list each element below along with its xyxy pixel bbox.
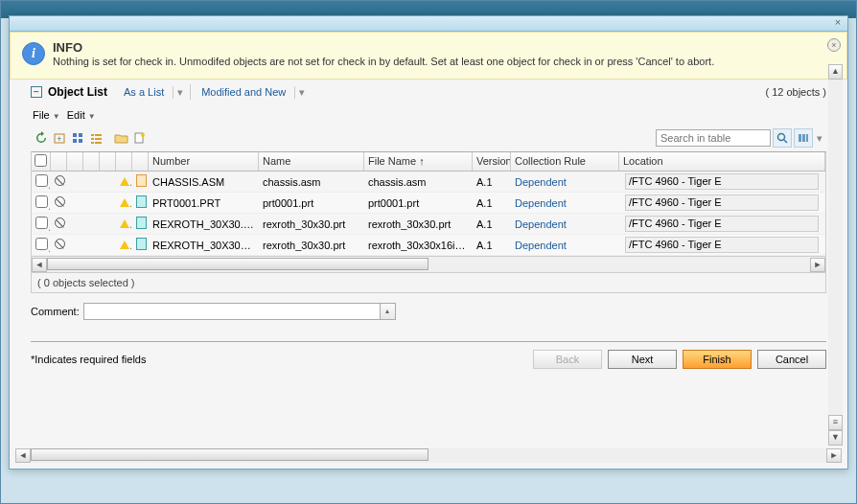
- new-doc-icon[interactable]: [130, 129, 148, 147]
- dialog-vscrollbar[interactable]: ▲ ≡ ▼: [827, 64, 844, 446]
- cell-file: prt0001.prt: [364, 195, 473, 211]
- vscroll-down-icon[interactable]: ▼: [828, 430, 843, 446]
- info-title: INFO: [53, 40, 835, 55]
- cell-name: chassis.asm: [259, 174, 364, 190]
- warning-icon: [120, 241, 129, 249]
- table-row[interactable]: PRT0001.PRTprt0001.prtprt0001.prtA.1Depe…: [32, 193, 825, 214]
- refresh-icon[interactable]: [33, 129, 50, 147]
- vscroll-up-icon[interactable]: ▲: [828, 64, 843, 80]
- cell-version: A.1: [473, 174, 511, 190]
- cell-location[interactable]: /FTC 4960 - Tiger E: [625, 195, 819, 211]
- row-checkbox[interactable]: [35, 238, 48, 250]
- cell-file: chassis.asm: [364, 174, 473, 190]
- comment-row: Comment: ▴: [31, 303, 826, 320]
- divider: [31, 341, 826, 342]
- row-checkbox[interactable]: [35, 195, 48, 208]
- forbid-icon: [55, 218, 65, 228]
- checkin-dialog: × × i INFO Nothing is set for check in. …: [9, 15, 848, 470]
- hscroll-right-icon[interactable]: ►: [810, 258, 825, 272]
- outer-window: × × i INFO Nothing is set for check in. …: [0, 0, 857, 504]
- dialog-hscrollbar[interactable]: ◄ ►: [15, 448, 842, 465]
- dlg-hscroll-left-icon[interactable]: ◄: [15, 448, 31, 463]
- objects-count: ( 12 objects ): [765, 86, 826, 98]
- hscroll-left-icon[interactable]: ◄: [32, 258, 47, 272]
- warning-icon: [120, 177, 129, 186]
- svg-rect-18: [806, 134, 808, 142]
- view-mode-caret-icon[interactable]: ▾: [173, 86, 186, 99]
- col-file-name[interactable]: File Name ↑: [364, 152, 473, 171]
- column-settings-caret-icon[interactable]: ▾: [815, 132, 824, 145]
- col-version[interactable]: Version: [473, 152, 511, 171]
- filter-mode-dropdown[interactable]: Modified and New: [195, 83, 292, 101]
- finish-button[interactable]: Finish: [683, 350, 752, 369]
- svg-rect-3: [79, 133, 82, 137]
- select-all-checkbox[interactable]: [35, 154, 47, 167]
- cell-version: A.1: [473, 217, 511, 232]
- dlg-hscroll-right-icon[interactable]: ►: [826, 448, 842, 463]
- svg-rect-10: [91, 142, 94, 144]
- edit-menu[interactable]: Edit ▼: [67, 109, 96, 121]
- comment-input[interactable]: [83, 303, 381, 320]
- table-row[interactable]: CHASSIS.ASMchassis.asmchassis.asmA.1Depe…: [32, 172, 825, 193]
- col-collection-rule[interactable]: Collection Rule: [511, 152, 619, 171]
- svg-rect-17: [802, 134, 805, 142]
- svg-point-13: [141, 133, 145, 137]
- table-body: CHASSIS.ASMchassis.asmchassis.asmA.1Depe…: [32, 172, 825, 256]
- table-row[interactable]: REXROTH_30X30X16IN...rexroth_30x30.prtre…: [32, 235, 825, 256]
- cell-number: REXROTH_30X30.PRT: [149, 217, 259, 232]
- cell-location[interactable]: /FTC 4960 - Tiger E: [625, 216, 819, 232]
- info-banner: × i INFO Nothing is set for check in. Un…: [10, 32, 847, 80]
- table-hscrollbar[interactable]: ◄ ►: [32, 256, 825, 272]
- cell-rule[interactable]: Dependent: [511, 217, 619, 232]
- cell-number: REXROTH_30X30X16IN...: [149, 238, 259, 253]
- cell-location[interactable]: /FTC 4960 - Tiger E: [625, 173, 819, 190]
- banner-close-icon[interactable]: ×: [827, 38, 841, 52]
- folder-icon[interactable]: [112, 129, 129, 147]
- search-input[interactable]: [656, 129, 771, 147]
- filetype-icon: [136, 174, 147, 187]
- col-name[interactable]: Name: [259, 152, 364, 171]
- forbid-icon: [55, 196, 65, 207]
- grid-icon[interactable]: [69, 129, 86, 147]
- info-text: Nothing is set for check in. Unmodifed o…: [53, 55, 835, 69]
- comment-label: Comment:: [31, 306, 80, 317]
- col-number[interactable]: Number: [149, 152, 259, 171]
- cell-name: prt0001.prt: [259, 195, 364, 211]
- svg-rect-16: [799, 134, 801, 142]
- row-checkbox[interactable]: [35, 217, 48, 229]
- cell-version: A.1: [473, 195, 511, 211]
- vscroll-hgrip-icon[interactable]: ≡: [828, 415, 843, 430]
- column-settings-icon[interactable]: [794, 128, 813, 148]
- list-icon[interactable]: [87, 129, 104, 147]
- cell-file: rexroth_30x30.prt: [364, 217, 473, 232]
- cancel-button[interactable]: Cancel: [757, 350, 826, 369]
- back-button: Back: [533, 350, 602, 369]
- info-icon: i: [22, 42, 45, 65]
- row-checkbox[interactable]: [35, 174, 48, 187]
- svg-rect-5: [79, 139, 82, 143]
- next-button[interactable]: Next: [608, 350, 677, 369]
- collapse-icon[interactable]: −: [31, 86, 42, 98]
- cell-version: A.1: [473, 238, 511, 253]
- cell-rule[interactable]: Dependent: [511, 195, 619, 211]
- add-icon[interactable]: +: [51, 129, 68, 147]
- selection-status: ( 0 objects selected ): [31, 273, 826, 293]
- svg-rect-4: [73, 139, 77, 143]
- filter-mode-caret-icon[interactable]: ▾: [294, 86, 308, 99]
- cell-location[interactable]: /FTC 4960 - Tiger E: [625, 237, 819, 253]
- cell-name: rexroth_30x30.prt: [259, 238, 364, 253]
- forbid-icon: [55, 239, 65, 249]
- svg-text:+: +: [57, 134, 61, 144]
- dialog-close-icon[interactable]: ×: [832, 17, 844, 29]
- search-button[interactable]: [773, 128, 792, 148]
- forbid-icon: [55, 175, 65, 186]
- table-row[interactable]: REXROTH_30X30.PRTrexroth_30x30.prtrexrot…: [32, 214, 825, 235]
- cell-rule[interactable]: Dependent: [511, 238, 619, 253]
- col-location[interactable]: Location: [619, 152, 825, 171]
- file-menu[interactable]: File ▼: [33, 109, 60, 121]
- svg-line-15: [784, 140, 787, 143]
- dialog-title-bar: ×: [10, 16, 847, 32]
- cell-rule[interactable]: Dependent: [511, 174, 619, 190]
- comment-expand-icon[interactable]: ▴: [381, 303, 396, 320]
- view-mode-dropdown[interactable]: As a List: [117, 83, 171, 101]
